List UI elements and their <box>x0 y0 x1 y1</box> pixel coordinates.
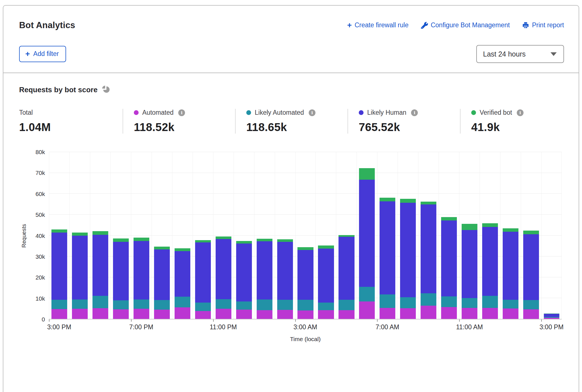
segment-automated[interactable] <box>400 308 416 319</box>
segment-automated[interactable] <box>236 310 252 319</box>
segment-verified-bot[interactable] <box>318 245 334 249</box>
segment-likely-human[interactable] <box>216 239 231 299</box>
segment-likely-human[interactable] <box>113 242 129 300</box>
segment-automated[interactable] <box>462 308 477 319</box>
segment-verified-bot[interactable] <box>339 235 354 237</box>
bar-1-00-pm[interactable] <box>503 228 518 319</box>
bar-6-00-pm[interactable] <box>113 238 129 319</box>
segment-likely-human[interactable] <box>195 242 211 303</box>
create-firewall-rule-link[interactable]: + Create firewall rule <box>347 21 409 29</box>
segment-likely-automated[interactable] <box>462 298 477 308</box>
segment-likely-human[interactable] <box>134 241 149 299</box>
segment-verified-bot[interactable] <box>216 236 231 239</box>
bar-2-00-pm[interactable] <box>523 231 539 319</box>
segment-likely-automated[interactable] <box>257 299 272 310</box>
segment-automated[interactable] <box>195 311 211 319</box>
segment-verified-bot[interactable] <box>236 241 252 244</box>
segment-verified-bot[interactable] <box>380 198 395 201</box>
bar-1-00-am[interactable] <box>257 239 272 319</box>
segment-likely-human[interactable] <box>544 314 559 317</box>
segment-likely-automated[interactable] <box>482 296 498 308</box>
bar-12-00-pm[interactable] <box>482 223 498 319</box>
segment-verified-bot[interactable] <box>359 168 375 180</box>
segment-verified-bot[interactable] <box>482 223 498 227</box>
segment-likely-human[interactable] <box>359 180 375 287</box>
segment-verified-bot[interactable] <box>277 239 293 242</box>
info-icon[interactable]: i <box>411 109 418 116</box>
bar-4-00-pm[interactable] <box>72 233 88 319</box>
info-icon[interactable]: i <box>517 109 524 116</box>
bar-9-00-am[interactable] <box>421 202 436 319</box>
segment-likely-automated[interactable] <box>380 294 395 308</box>
segment-automated[interactable] <box>93 308 108 319</box>
segment-automated[interactable] <box>72 309 88 319</box>
segment-verified-bot[interactable] <box>134 238 149 241</box>
segment-likely-automated[interactable] <box>400 297 416 308</box>
segment-likely-automated[interactable] <box>51 300 67 309</box>
segment-verified-bot[interactable] <box>421 202 436 204</box>
bar-9-00-pm[interactable] <box>175 248 190 319</box>
segment-likely-automated[interactable] <box>195 303 211 311</box>
segment-automated[interactable] <box>482 308 498 319</box>
segment-likely-automated[interactable] <box>236 301 252 310</box>
segment-verified-bot[interactable] <box>51 229 67 232</box>
bar-10-00-am[interactable] <box>441 217 457 319</box>
segment-likely-automated[interactable] <box>175 297 190 307</box>
segment-likely-automated[interactable] <box>216 299 231 309</box>
segment-likely-human[interactable] <box>154 249 170 300</box>
segment-verified-bot[interactable] <box>297 247 313 250</box>
add-filter-button[interactable]: + Add filter <box>19 46 66 62</box>
segment-likely-human[interactable] <box>400 203 416 297</box>
segment-verified-bot[interactable] <box>195 240 211 242</box>
segment-likely-human[interactable] <box>482 227 498 296</box>
segment-likely-automated[interactable] <box>523 300 539 309</box>
info-icon[interactable]: i <box>178 109 185 116</box>
segment-likely-automated[interactable] <box>113 300 129 309</box>
bar-6-00-am[interactable] <box>359 168 375 319</box>
segment-automated[interactable] <box>421 306 436 319</box>
bar-11-00-am[interactable] <box>462 224 477 319</box>
segment-likely-human[interactable] <box>503 232 518 300</box>
bar-2-00-am[interactable] <box>277 239 293 319</box>
segment-automated[interactable] <box>257 310 272 319</box>
segment-verified-bot[interactable] <box>72 233 88 236</box>
segment-automated[interactable] <box>297 310 313 319</box>
segment-automated[interactable] <box>51 309 67 319</box>
segment-verified-bot[interactable] <box>523 231 539 234</box>
segment-likely-automated[interactable] <box>297 300 313 310</box>
segment-likely-automated[interactable] <box>154 300 170 309</box>
segment-likely-automated[interactable] <box>318 303 334 310</box>
segment-verified-bot[interactable] <box>400 199 416 203</box>
segment-likely-human[interactable] <box>421 204 436 293</box>
segment-likely-automated[interactable] <box>503 300 518 308</box>
bar-10-00-pm[interactable] <box>195 240 211 319</box>
segment-likely-automated[interactable] <box>134 299 149 309</box>
segment-automated[interactable] <box>175 307 190 319</box>
segment-verified-bot[interactable] <box>462 224 477 230</box>
segment-likely-human[interactable] <box>257 241 272 299</box>
time-range-select[interactable]: Last 24 hours <box>476 45 564 63</box>
segment-verified-bot[interactable] <box>113 238 129 242</box>
segment-verified-bot[interactable] <box>93 231 108 235</box>
segment-likely-human[interactable] <box>339 237 354 300</box>
segment-verified-bot[interactable] <box>257 239 272 241</box>
segment-likely-automated[interactable] <box>339 300 354 310</box>
segment-automated[interactable] <box>441 307 457 319</box>
segment-likely-automated[interactable] <box>93 296 108 308</box>
bar-3-00-pm[interactable] <box>51 229 67 319</box>
segment-likely-human[interactable] <box>72 236 88 299</box>
segment-likely-human[interactable] <box>51 233 67 300</box>
bar-8-00-pm[interactable] <box>154 247 170 319</box>
segment-likely-automated[interactable] <box>441 296 457 307</box>
bar-3-00-am[interactable] <box>297 247 313 319</box>
segment-verified-bot[interactable] <box>503 228 518 232</box>
segment-automated[interactable] <box>154 310 170 319</box>
segment-automated[interactable] <box>503 308 518 319</box>
segment-automated[interactable] <box>380 308 395 319</box>
segment-verified-bot[interactable] <box>175 248 190 251</box>
segment-automated[interactable] <box>134 309 149 319</box>
bar-5-00-am[interactable] <box>339 235 354 319</box>
segment-likely-automated[interactable] <box>359 287 375 301</box>
segment-automated[interactable] <box>359 301 375 319</box>
bar-3-00-pm[interactable] <box>544 314 559 319</box>
